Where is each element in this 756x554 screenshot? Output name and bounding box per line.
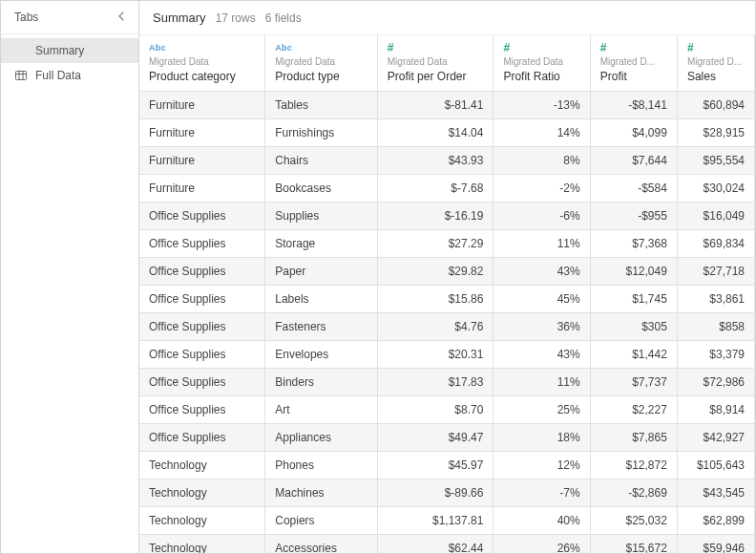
column-header[interactable]: #Migrated DataProfit per Order [377,35,494,92]
table-row[interactable]: FurnitureTables$-81.41-13%-$8,141$60,894 [139,92,755,119]
table-cell: 14% [494,119,590,147]
table-cell: Supplies [265,202,378,230]
table-row[interactable]: TechnologyAccessories$62.4426%$15,672$59… [139,535,755,554]
table-row[interactable]: FurnitureChairs$43.938%$7,644$95,554 [139,147,755,175]
table-row[interactable]: Office SuppliesBinders$17.8311%$7,737$72… [139,369,755,396]
table-cell: Paper [265,258,378,286]
table-cell: 36% [494,313,590,341]
table-cell: $-81.41 [377,92,494,119]
field-count: 6 fields [265,11,302,25]
sidebar-item-summary[interactable]: Summary [1,38,138,63]
table-row[interactable]: TechnologyMachines$-89.66-7%-$2,869$43,5… [139,479,755,507]
sidebar: Tabs SummaryFull Data [1,1,139,553]
number-type-icon: # [600,41,667,54]
column-name: Product category [149,70,255,83]
table-row[interactable]: Office SuppliesEnvelopes$20.3143%$1,442$… [139,341,755,369]
table-header-row: AbcMigrated DataProduct categoryAbcMigra… [139,35,755,92]
table-row[interactable]: Office SuppliesStorage$27.2911%$7,368$69… [139,230,755,258]
table-row[interactable]: Office SuppliesPaper$29.8243%$12,049$27,… [139,258,755,286]
table-row[interactable]: Office SuppliesAppliances$49.4718%$7,865… [139,424,755,452]
table-cell: $17.83 [377,369,494,396]
table-cell: 43% [494,258,590,286]
table-row[interactable]: TechnologyCopiers$1,137.8140%$25,032$62,… [139,507,755,535]
main-header: Summary 17 rows 6 fields [139,1,755,35]
table-cell: Binders [265,369,378,396]
table-cell: -2% [494,175,590,202]
data-table-wrapper[interactable]: AbcMigrated DataProduct categoryAbcMigra… [139,35,755,553]
data-table: AbcMigrated DataProduct categoryAbcMigra… [139,35,755,553]
sidebar-header: Tabs [1,1,138,34]
table-cell: $858 [677,313,754,341]
column-source: Migrated D... [687,56,745,67]
column-source: Migrated Data [388,56,484,67]
table-cell: $27,718 [677,258,754,286]
table-cell: Labels [265,286,378,313]
table-cell: $-16.19 [377,202,494,230]
table-cell: Office Supplies [139,313,265,341]
table-cell: -6% [494,202,590,230]
text-type-icon: Abc [275,41,368,54]
table-cell: $59,946 [677,535,754,554]
table-cell: $72,986 [677,369,754,396]
table-row[interactable]: FurnitureFurnishings$14.0414%$4,099$28,9… [139,119,755,147]
table-cell: $4,099 [590,119,677,147]
column-source: Migrated Data [149,56,255,67]
table-cell: $28,915 [677,119,754,147]
table-cell: Art [265,396,378,424]
table-cell: Tables [265,92,378,119]
table-cell: $45.97 [377,452,494,479]
table-cell: $60,894 [677,92,754,119]
table-cell: Accessories [265,535,378,554]
table-body: FurnitureTables$-81.41-13%-$8,141$60,894… [139,92,755,554]
table-cell: Copiers [265,507,378,535]
column-header[interactable]: #Migrated DataProfit Ratio [494,35,590,92]
table-cell: Technology [139,452,265,479]
table-cell: 11% [494,230,590,258]
table-row[interactable]: Office SuppliesSupplies$-16.19-6%-$955$1… [139,202,755,230]
number-type-icon: # [503,41,579,54]
table-cell: $1,137.81 [377,507,494,535]
table-cell: $2,227 [590,396,677,424]
table-cell: Fasteners [265,313,378,341]
column-header[interactable]: #Migrated D...Profit [590,35,677,92]
table-cell: Office Supplies [139,396,265,424]
table-cell: $27.29 [377,230,494,258]
column-header[interactable]: AbcMigrated DataProduct type [265,35,378,92]
table-cell: Furniture [139,92,265,119]
sidebar-item-label: Summary [35,44,84,57]
table-cell: $43.93 [377,147,494,175]
table-cell: $8.70 [377,396,494,424]
column-name: Profit Ratio [503,70,579,83]
table-cell: $15.86 [377,286,494,313]
table-cell: Appliances [265,424,378,452]
table-cell: Furniture [139,119,265,147]
table-cell: Bookcases [265,175,378,202]
table-cell: 25% [494,396,590,424]
table-row[interactable]: Office SuppliesLabels$15.8645%$1,745$3,8… [139,286,755,313]
table-cell: Office Supplies [139,369,265,396]
collapse-sidebar-button[interactable] [116,11,127,24]
table-cell: $69,834 [677,230,754,258]
sidebar-item-full-data[interactable]: Full Data [1,63,138,88]
table-cell: $12,049 [590,258,677,286]
table-cell: $7,644 [590,147,677,175]
table-cell: $95,554 [677,147,754,175]
table-icon [14,69,28,82]
row-count: 17 rows [216,11,256,25]
table-cell: Chairs [265,147,378,175]
table-row[interactable]: FurnitureBookcases$-7.68-2%-$584$30,024 [139,175,755,202]
table-cell: $14.04 [377,119,494,147]
table-cell: 8% [494,147,590,175]
table-cell: $49.47 [377,424,494,452]
sidebar-item-label: Full Data [35,69,81,82]
table-cell: Furniture [139,147,265,175]
table-cell: -$2,869 [590,479,677,507]
table-cell: $29.82 [377,258,494,286]
table-row[interactable]: TechnologyPhones$45.9712%$12,872$105,643 [139,452,755,479]
main: Summary 17 rows 6 fields AbcMigrated Dat… [139,1,755,553]
column-header[interactable]: #Migrated D...Sales [677,35,754,92]
table-row[interactable]: Office SuppliesArt$8.7025%$2,227$8,914 [139,396,755,424]
table-cell: $62.44 [377,535,494,554]
table-row[interactable]: Office SuppliesFasteners$4.7636%$305$858 [139,313,755,341]
column-header[interactable]: AbcMigrated DataProduct category [139,35,265,92]
